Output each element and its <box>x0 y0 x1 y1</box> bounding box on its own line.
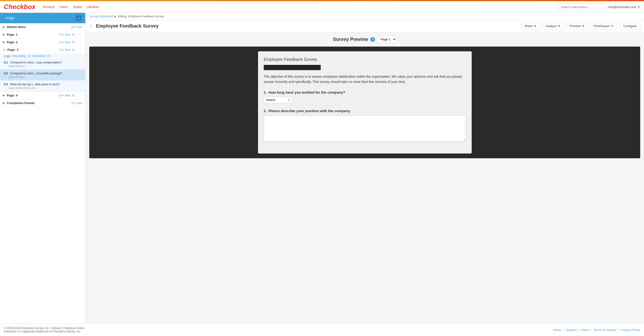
share-button[interactable]: Share ▼ <box>521 23 540 30</box>
sidebar-section-page2: ▶ Page: 2 (3) + Item ⚙ ⋮⋮ <box>0 39 85 46</box>
question-3-2-type: Radio Buttons <box>8 76 82 78</box>
add-page-button[interactable]: + Page <box>4 16 14 20</box>
page3-logic-row: Logic: Branching (0) Conditions (0) <box>0 54 85 59</box>
page2-gear-icon[interactable]: ⚙ <box>72 40 75 44</box>
branching-count: (0) <box>27 55 30 58</box>
hidden-items-count: (0) <box>71 26 74 29</box>
question-1-block: 1. How long have you worked for the comp… <box>264 90 466 103</box>
question-1-dropdown-wrapper: Select: <box>264 97 292 103</box>
page1-header[interactable]: ▶ Page: 1 (3) + Item ⚙ ⋮⋮ <box>0 31 85 38</box>
completion-title: Completion Events <box>7 101 70 105</box>
search-input[interactable] <box>558 4 606 10</box>
preview-button[interactable]: Preview ▼ <box>566 23 588 30</box>
configure-button[interactable]: Configure <box>620 23 640 30</box>
question-3-3[interactable]: 3.3 What are the top t...etter place to … <box>0 81 85 92</box>
page4-header[interactable]: ▶ Page: 4 (4) + Item ⚙ ⋮⋮ <box>0 92 85 99</box>
survey-name: Employee Feedback Survey <box>96 23 518 29</box>
print-dropdown-icon: ▼ <box>611 24 614 28</box>
page1-title: Page: 1 <box>7 33 58 36</box>
question-3-1[interactable]: 3.1 Compared to other...ncial compensati… <box>0 59 85 70</box>
page3-header[interactable]: ▼ Page: 3 (3) + Item ⚙ ⋮⋮ <box>0 46 85 54</box>
footer-support[interactable]: Support <box>566 328 577 332</box>
breadcrumb-current: Editing: Employee Feedback Survey <box>118 15 164 18</box>
question-2-textarea[interactable] <box>264 115 466 141</box>
hidden-items-title: Hidden Items <box>7 25 70 29</box>
survey-frame: Employee Feedback Survey The objective o… <box>89 47 640 158</box>
conditions-count: (0) <box>47 55 50 58</box>
user-menu[interactable]: ross@rossrubin.com ▼ <box>608 5 640 9</box>
page3-arrow: ▼ <box>3 49 6 51</box>
hidden-items-add[interactable]: + Item <box>74 26 82 29</box>
nav-libraries[interactable]: Libraries <box>87 5 100 9</box>
page2-arrow: ▶ <box>3 41 5 44</box>
page2-count: (3) <box>59 41 63 44</box>
title-underline <box>264 65 321 70</box>
page2-drag-icon: ⋮⋮ <box>76 40 82 44</box>
user-dropdown-arrow: ▼ <box>637 5 640 9</box>
page1-arrow: ▶ <box>3 33 5 36</box>
question-3-1-type: Radio Buttons <box>8 65 82 68</box>
footer-terms[interactable]: Terms of Service <box>594 328 616 332</box>
page2-add-item[interactable]: + Item <box>62 41 70 44</box>
nav-users[interactable]: Users <box>59 5 68 9</box>
page2-actions: + Item ⚙ ⋮⋮ <box>62 40 82 44</box>
page4-count: (4) <box>59 94 63 97</box>
nav-styles[interactable]: Styles <box>73 5 82 9</box>
help-icon[interactable]: ? <box>370 37 375 42</box>
footer-plans[interactable]: Plans <box>581 328 589 332</box>
page2-title: Page: 2 <box>7 40 58 44</box>
question-1-dropdown[interactable]: Select: <box>264 97 292 103</box>
preview-title: Survey Preview <box>333 37 368 42</box>
survey-description: The objective of this survey is to asses… <box>264 74 466 85</box>
logo[interactable]: Checkbox <box>4 3 36 11</box>
page-selector[interactable]: Page 1 <box>378 36 396 43</box>
page3-gear-icon[interactable]: ⚙ <box>72 48 75 52</box>
page1-add-item[interactable]: + Item <box>62 33 70 36</box>
survey-title-bar: ☆ Employee Feedback Survey Share ▼ Analy… <box>86 20 644 32</box>
print-export-button[interactable]: Print/Export ▼ <box>590 23 617 30</box>
page3-actions: + Item ⚙ ⋮⋮ <box>62 48 82 52</box>
page4-actions: + Item ⚙ ⋮⋮ <box>62 94 82 97</box>
question-2-label: 2. Please describe your position with th… <box>264 109 466 113</box>
completion-count: (1) <box>71 102 74 105</box>
question-3-3-type: Open-Ended Multi-Line <box>8 87 82 89</box>
breadcrumb-home[interactable]: Survey Dashboard <box>89 15 113 18</box>
footer-home[interactable]: Home <box>553 328 562 332</box>
logic-label: Logic: <box>4 55 12 58</box>
sidebar-section-page4: ▶ Page: 4 (4) + Item ⚙ ⋮⋮ <box>0 92 85 99</box>
preview-area: Survey Preview ? Page 1 Employee Feedbac… <box>86 32 644 323</box>
page4-arrow: ▶ <box>3 94 5 97</box>
page1-gear-icon[interactable]: ⚙ <box>72 33 75 36</box>
preview-dropdown-icon: ▼ <box>582 24 585 28</box>
page3-count: (3) <box>59 48 63 52</box>
breadcrumb-separator: ▶ <box>114 15 116 18</box>
analyze-button[interactable]: Analyze ▼ <box>543 23 564 30</box>
header: Checkbox Surveys Users Styles Libraries … <box>0 1 644 13</box>
sidebar-collapse-button[interactable]: « <box>76 15 82 21</box>
footer-copyright: © 2002-2018 Checkbox Survey, Inc. | Vers… <box>4 326 84 333</box>
completion-arrow: ▶ <box>3 102 5 105</box>
favorite-icon[interactable]: ☆ <box>89 24 93 29</box>
page4-gear-icon[interactable]: ⚙ <box>72 94 75 97</box>
completion-add-item[interactable]: + Item <box>74 102 82 105</box>
question-3-2[interactable]: 3.2 Compared to other...nt benefits pack… <box>0 70 85 81</box>
page2-header[interactable]: ▶ Page: 2 (3) + Item ⚙ ⋮⋮ <box>0 39 85 46</box>
page3-add-item[interactable]: + Item <box>62 48 70 52</box>
conditions-link[interactable]: Conditions <box>32 55 46 58</box>
footer-links: Home | Support | Plans | Terms of Servic… <box>553 328 640 332</box>
page1-count: (3) <box>59 33 63 36</box>
header-right: ross@rossrubin.com ▼ <box>558 4 640 10</box>
main-container: + Page « ▶ Hidden Items (0) + Item ▶ Pag… <box>0 13 644 323</box>
completion-header[interactable]: ▶ Completion Events (1) + Item <box>0 99 85 107</box>
page4-title: Page: 4 <box>7 94 58 97</box>
page4-add-item[interactable]: + Item <box>62 94 70 97</box>
footer-privacy[interactable]: Privacy Policy <box>621 328 640 332</box>
sidebar-section-page3: ▼ Page: 3 (3) + Item ⚙ ⋮⋮ Logic: Branchi… <box>0 46 85 92</box>
branching-link[interactable]: Branching <box>13 55 26 58</box>
sidebar: + Page « ▶ Hidden Items (0) + Item ▶ Pag… <box>0 13 86 323</box>
hidden-items-header[interactable]: ▶ Hidden Items (0) + Item <box>0 23 85 31</box>
survey-card: Employee Feedback Survey The objective o… <box>258 51 472 154</box>
page3-title: Page: 3 <box>7 48 58 52</box>
nav-surveys[interactable]: Surveys <box>43 5 55 9</box>
page3-drag-icon: ⋮⋮ <box>76 48 82 52</box>
